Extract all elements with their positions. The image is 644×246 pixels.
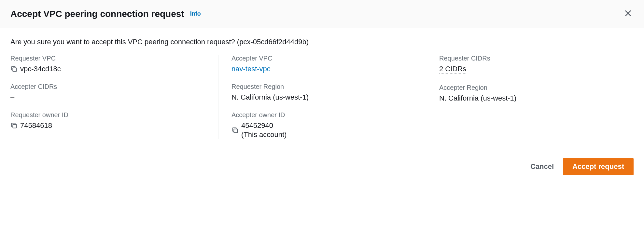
accepter-owner-field: Accepter owner ID 45452940 (This account… xyxy=(231,111,413,139)
requester-vpc-label: Requester VPC xyxy=(10,55,205,62)
requester-owner-text: 74584618 xyxy=(20,121,52,130)
accept-peering-dialog: Accept VPC peering connection request In… xyxy=(0,0,644,182)
confirm-prefix: Are you sure you want to accept this VPC… xyxy=(10,38,239,46)
info-link[interactable]: Info xyxy=(190,10,201,17)
requester-vpc-text: vpc-34cd18c xyxy=(20,65,61,73)
accepter-region-label: Accepter Region xyxy=(439,84,621,91)
requester-owner-field: Requester owner ID 74584618 xyxy=(10,111,205,130)
requester-cidrs-text[interactable]: 2 CIDRs xyxy=(439,65,466,74)
accepter-region-value: N. California (us-west-1) xyxy=(439,94,621,102)
accepter-vpc-link[interactable]: nav-test-vpc xyxy=(231,65,413,73)
close-button[interactable] xyxy=(623,8,634,20)
dialog-body: Are you sure you want to accept this VPC… xyxy=(0,28,644,151)
accepter-cidrs-value: – xyxy=(10,93,205,102)
accepter-owner-value: 45452940 (This account) xyxy=(231,121,413,139)
svg-rect-2 xyxy=(13,68,16,71)
confirm-suffix: ) xyxy=(306,38,309,46)
dialog-footer: Cancel Accept request xyxy=(0,151,644,182)
requester-region-field: Requester Region N. California (us-west-… xyxy=(231,83,413,102)
requester-region-label: Requester Region xyxy=(231,83,413,90)
accept-request-button[interactable]: Accept request xyxy=(563,158,634,175)
accepter-vpc-label: Accepter VPC xyxy=(231,55,413,62)
requester-cidrs-value: 2 CIDRs xyxy=(439,65,621,74)
requester-region-value: N. California (us-west-1) xyxy=(231,93,413,102)
copy-icon[interactable] xyxy=(10,65,18,73)
copy-icon[interactable] xyxy=(231,127,239,134)
requester-cidrs-field: Requester CIDRs 2 CIDRs xyxy=(439,55,621,74)
requester-cidrs-label: Requester CIDRs xyxy=(439,55,621,62)
col-mid: Accepter VPC nav-test-vpc Requester Regi… xyxy=(218,55,426,139)
accepter-cidrs-label: Accepter CIDRs xyxy=(10,83,205,90)
close-icon xyxy=(624,9,632,19)
svg-rect-3 xyxy=(13,124,16,128)
requester-owner-label: Requester owner ID xyxy=(10,111,205,119)
accepter-region-field: Accepter Region N. California (us-west-1… xyxy=(439,84,621,102)
accepter-cidrs-field: Accepter CIDRs – xyxy=(10,83,205,102)
requester-owner-value: 74584618 xyxy=(10,121,205,130)
accepter-owner-text: 45452940 xyxy=(241,121,287,130)
copy-icon[interactable] xyxy=(10,122,18,129)
accepter-owner-label: Accepter owner ID xyxy=(231,111,413,119)
dialog-title: Accept VPC peering connection request xyxy=(10,9,184,19)
cancel-button[interactable]: Cancel xyxy=(529,160,555,173)
svg-rect-4 xyxy=(234,129,237,132)
detail-grid: Requester VPC vpc-34cd18c Accepter CIDRs… xyxy=(10,55,634,139)
col-right: Requester CIDRs 2 CIDRs Accepter Region … xyxy=(426,55,634,139)
dialog-header: Accept VPC peering connection request In… xyxy=(0,0,644,28)
requester-vpc-value: vpc-34cd18c xyxy=(10,65,205,73)
requester-vpc-field: Requester VPC vpc-34cd18c xyxy=(10,55,205,73)
confirm-text: Are you sure you want to accept this VPC… xyxy=(10,38,634,46)
pcx-id: pcx-05cd66f2d44d9b xyxy=(239,38,306,46)
accepter-vpc-field: Accepter VPC nav-test-vpc xyxy=(231,55,413,73)
col-left: Requester VPC vpc-34cd18c Accepter CIDRs… xyxy=(10,55,218,139)
accepter-owner-col: 45452940 (This account) xyxy=(241,121,287,139)
accepter-owner-note: (This account) xyxy=(241,130,287,139)
